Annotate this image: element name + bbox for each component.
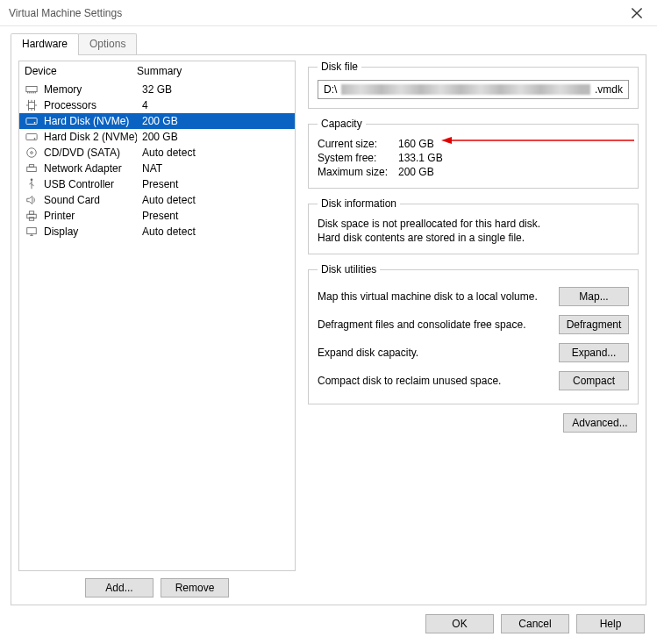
defragment-button[interactable]: Defragment [559,315,629,334]
diskfile-group: Disk file D:\ .vmdk [308,61,639,109]
column-device[interactable]: Device [25,65,137,77]
compact-button[interactable]: Compact [559,371,629,390]
capacity-group: Capacity Current size:160 GB System free… [308,118,639,189]
titlebar: Virtual Machine Settings [0,0,657,26]
remove-button[interactable]: Remove [161,578,229,597]
svg-rect-4 [26,134,37,140]
device-summary: Auto detect [142,147,289,159]
memory-icon [25,82,39,97]
svg-rect-0 [26,87,37,92]
diskfile-redacted [341,84,590,95]
diskfile-prefix: D:\ [324,83,337,96]
device-row[interactable]: Processors4 [19,97,295,113]
advanced-wrap: Advanced... [308,413,639,433]
device-row[interactable]: Memory32 GB [19,82,295,97]
network-icon [25,161,39,175]
usb-icon [25,177,39,191]
map-button[interactable]: Map... [559,287,629,306]
ok-button[interactable]: OK [425,614,494,633]
disk-icon [25,130,39,144]
device-row[interactable]: Hard Disk 2 (NVMe)200 GB [19,129,295,145]
device-summary: 200 GB [142,115,289,127]
maximum-size-value: 200 GB [398,166,434,178]
capacity-legend: Capacity [318,118,366,130]
svg-point-5 [34,138,36,140]
device-row[interactable]: CD/DVD (SATA)Auto detect [19,145,295,161]
device-summary: 4 [142,99,289,111]
device-summary: Present [142,210,289,222]
advanced-button[interactable]: Advanced... [563,413,637,433]
current-size-value: 160 GB [398,138,434,150]
defragment-text: Defragment files and consolidate free sp… [318,318,525,331]
dialog-buttons: OK Cancel Help [0,605,657,644]
tab-options[interactable]: Options [78,33,137,54]
diskfile-suffix: .vmdk [595,83,623,96]
device-summary: NAT [142,162,289,175]
left-buttons: Add... Remove [18,571,296,597]
device-row[interactable]: Network AdapterNAT [19,161,295,176]
svg-point-3 [34,122,36,124]
device-row[interactable]: Hard Disk (NVMe)200 GB [19,113,295,129]
device-summary: Present [142,178,289,190]
device-list-header: Device Summary [19,61,295,82]
close-icon [631,7,643,19]
svg-point-6 [27,148,37,158]
display-icon [25,225,39,239]
svg-rect-14 [27,228,37,234]
system-free-label: System free: [318,152,393,164]
device-name: Hard Disk 2 (NVMe) [44,131,137,143]
device-name: Memory [44,83,137,96]
window-title: Virtual Machine Settings [9,7,122,19]
svg-rect-1 [29,103,35,109]
device-row[interactable]: PrinterPresent [19,208,295,224]
cd-icon [25,146,39,160]
diskinfo-legend: Disk information [318,197,400,210]
right-pane: Disk file D:\ .vmdk Capacity Current siz… [308,61,639,597]
svg-rect-2 [26,118,37,125]
disk-icon [25,114,39,128]
device-summary: Auto detect [142,225,289,238]
device-name: Processors [44,99,137,111]
left-pane: Device Summary Memory32 GBProcessors4Har… [18,61,296,597]
device-name: CD/DVD (SATA) [44,147,137,159]
device-name: Sound Card [44,194,137,206]
cancel-button[interactable]: Cancel [501,614,569,633]
expand-button[interactable]: Expand... [559,343,629,362]
help-button[interactable]: Help [576,614,645,633]
diskfile-input[interactable]: D:\ .vmdk [318,80,629,99]
device-name: Hard Disk (NVMe) [44,115,137,127]
device-name: USB Controller [44,178,137,190]
device-summary: Auto detect [142,194,289,206]
cpu-icon [25,98,39,112]
diskinfo-group: Disk information Disk space is not preal… [308,197,639,254]
diskfile-legend: Disk file [318,61,361,73]
compact-text: Compact disk to reclaim unused space. [318,375,501,387]
svg-rect-12 [29,211,33,215]
maximum-size-label: Maximum size: [318,166,393,178]
device-name: Printer [44,210,137,222]
system-free-value: 133.1 GB [398,152,443,164]
svg-rect-8 [27,167,37,171]
utilities-group: Disk utilities Map this virtual machine … [308,263,639,404]
svg-rect-9 [29,165,33,168]
device-summary: 32 GB [142,83,289,96]
utilities-legend: Disk utilities [318,263,380,275]
device-row[interactable]: DisplayAuto detect [19,224,295,240]
device-row[interactable]: USB ControllerPresent [19,176,295,192]
diskinfo-line1: Disk space is not preallocated for this … [318,217,629,231]
svg-point-7 [31,152,33,154]
svg-point-10 [31,178,33,181]
sound-icon [25,193,39,207]
add-button[interactable]: Add... [85,578,154,597]
close-button[interactable] [617,0,657,26]
device-name: Display [44,225,137,238]
tab-panel: Device Summary Memory32 GBProcessors4Har… [11,54,646,605]
diskinfo-line2: Hard disk contents are stored in a singl… [318,231,629,245]
current-size-label: Current size: [318,138,393,150]
tab-hardware[interactable]: Hardware [11,33,79,55]
device-list[interactable]: Device Summary Memory32 GBProcessors4Har… [18,61,296,571]
expand-text: Expand disk capacity. [318,347,418,359]
device-name: Network Adapter [44,162,137,175]
device-row[interactable]: Sound CardAuto detect [19,192,295,208]
column-summary[interactable]: Summary [137,65,289,77]
